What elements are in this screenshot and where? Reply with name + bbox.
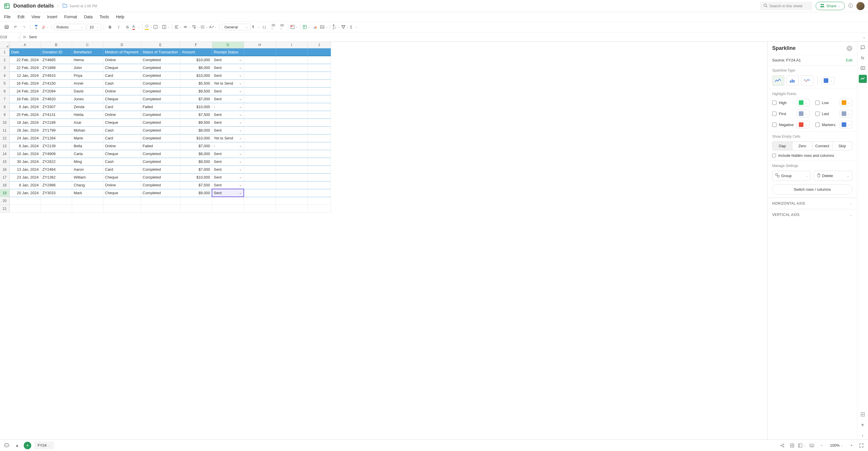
rail-settings-icon[interactable]: ☀	[859, 421, 867, 429]
wrap-icon[interactable]: ⌄	[192, 23, 199, 31]
cell[interactable]: 22 Feb, 2024	[9, 56, 40, 64]
row-header[interactable]: 6	[0, 87, 9, 95]
cell[interactable]: Azar	[72, 118, 103, 126]
col-header-E[interactable]: E	[141, 42, 180, 48]
cell[interactable]	[276, 95, 308, 103]
cell[interactable]: Online	[103, 56, 141, 64]
row-header[interactable]: 21	[0, 205, 9, 213]
cell[interactable]	[308, 126, 331, 134]
zoom-in-icon[interactable]: +	[848, 442, 855, 449]
cell[interactable]	[308, 197, 331, 205]
cell[interactable]: Online	[103, 142, 141, 150]
cell[interactable]: 13 Jan, 2024	[9, 166, 40, 173]
cell[interactable]: $8,000	[180, 126, 212, 134]
header-cell[interactable]: Receipt Status	[212, 48, 244, 56]
document-title[interactable]: Donation details	[13, 3, 54, 9]
cell[interactable]	[244, 56, 276, 64]
cell[interactable]: Card	[103, 134, 141, 142]
cell[interactable]: Ming	[72, 158, 103, 166]
cell[interactable]	[308, 118, 331, 126]
info-icon[interactable]: ⓘ	[848, 3, 853, 9]
cell[interactable]: Sent	[212, 111, 244, 118]
cell[interactable]	[244, 64, 276, 72]
cell[interactable]: $7,000	[180, 166, 212, 173]
share-graph-icon[interactable]	[778, 442, 786, 449]
cell[interactable]: $10,000	[180, 134, 212, 142]
group-button[interactable]: Group⌄	[772, 171, 811, 181]
rail-sparkline-icon[interactable]	[859, 75, 867, 83]
cell[interactable]: ZY2094	[40, 87, 72, 95]
cell[interactable]	[212, 205, 244, 213]
clear-format-icon[interactable]: ⌄	[41, 23, 49, 31]
row-header[interactable]: 11	[0, 126, 9, 134]
cell[interactable]: -	[212, 142, 244, 150]
highlight-last-checkbox[interactable]	[815, 112, 820, 116]
cell[interactable]: 24 Feb, 2024	[9, 87, 40, 95]
cell[interactable]: ZY1382	[40, 173, 72, 181]
cell[interactable]: ZY2622	[40, 158, 72, 166]
row-header[interactable]: 8	[0, 103, 9, 111]
cell[interactable]	[276, 126, 308, 134]
cell[interactable]: John	[72, 64, 103, 72]
cell[interactable]: Cash	[103, 158, 141, 166]
cell[interactable]: Cheque	[103, 173, 141, 181]
rail-export-icon[interactable]	[859, 411, 867, 419]
cell[interactable]: Cheque	[103, 189, 141, 197]
cell[interactable]: $10,000	[180, 173, 212, 181]
delete-button[interactable]: Delete⌄	[814, 171, 852, 181]
highlight-markers-checkbox[interactable]	[815, 122, 820, 127]
header-cell[interactable]	[244, 48, 276, 56]
highlight-high-checkbox[interactable]	[772, 101, 776, 105]
include-hidden-checkbox[interactable]	[772, 153, 776, 158]
cell[interactable]: Aaron	[72, 166, 103, 173]
rail-fx-icon[interactable]: fx	[859, 54, 867, 62]
highlight-low-checkbox[interactable]	[815, 101, 820, 105]
number-format-select[interactable]: General⌄	[222, 24, 251, 30]
cell[interactable]	[308, 142, 331, 150]
cell[interactable]: Completed	[141, 181, 180, 189]
cell[interactable]: William	[72, 173, 103, 181]
folder-icon[interactable]	[63, 3, 67, 8]
cell[interactable]	[244, 111, 276, 118]
cell[interactable]	[276, 142, 308, 150]
cell[interactable]	[276, 87, 308, 95]
cell[interactable]	[308, 72, 331, 79]
sparkline-type-column[interactable]	[787, 75, 799, 86]
decrease-decimal-icon[interactable]: .00←	[269, 23, 277, 31]
rotate-text-icon[interactable]: A↗⌄	[209, 23, 217, 31]
col-header-D[interactable]: D	[103, 42, 141, 48]
fullscreen-icon[interactable]	[858, 442, 865, 449]
menu-format[interactable]: Format	[64, 15, 77, 19]
insert-image-icon[interactable]: ⌄	[320, 23, 328, 31]
cell[interactable]: Completed	[141, 87, 180, 95]
cell[interactable]: Cash	[103, 79, 141, 87]
cell[interactable]	[276, 181, 308, 189]
expand-formula-icon[interactable]: ⌄	[860, 35, 868, 39]
cell[interactable]: Yet to Send	[212, 79, 244, 87]
cell[interactable]: Sent	[212, 72, 244, 79]
horizontal-axis-section[interactable]: HORIZONTAL AXIS⌄	[768, 198, 857, 209]
cell[interactable]	[244, 205, 276, 213]
row-header[interactable]: 18	[0, 181, 9, 189]
add-sheet-button[interactable]: +	[24, 442, 31, 449]
row-header[interactable]: 13	[0, 142, 9, 150]
col-header-B[interactable]: B	[40, 42, 72, 48]
cell[interactable]: Sent	[212, 181, 244, 189]
cell[interactable]: ZY4131	[40, 111, 72, 118]
cell[interactable]: 18 Feb, 2024	[9, 95, 40, 103]
cell[interactable]: $8,500	[180, 158, 212, 166]
cell[interactable]	[244, 197, 276, 205]
menu-view[interactable]: View	[32, 15, 40, 19]
high-color[interactable]: ⌄	[797, 99, 809, 106]
cell[interactable]: ZY1799	[40, 126, 72, 134]
sheet-tab[interactable]: FY24⌄	[34, 442, 54, 449]
col-header-A[interactable]: A	[9, 42, 40, 48]
cell[interactable]: 30 Jan, 2024	[9, 158, 40, 166]
cell[interactable]	[308, 103, 331, 111]
strike-icon[interactable]: S	[124, 23, 131, 31]
font-select[interactable]: Roboto⌄	[54, 24, 86, 30]
cell[interactable]: ZY4908	[40, 150, 72, 158]
cell[interactable]: 28 Jan, 2024	[9, 126, 40, 134]
cell[interactable]: Marie	[72, 134, 103, 142]
cell[interactable]: Card	[103, 72, 141, 79]
